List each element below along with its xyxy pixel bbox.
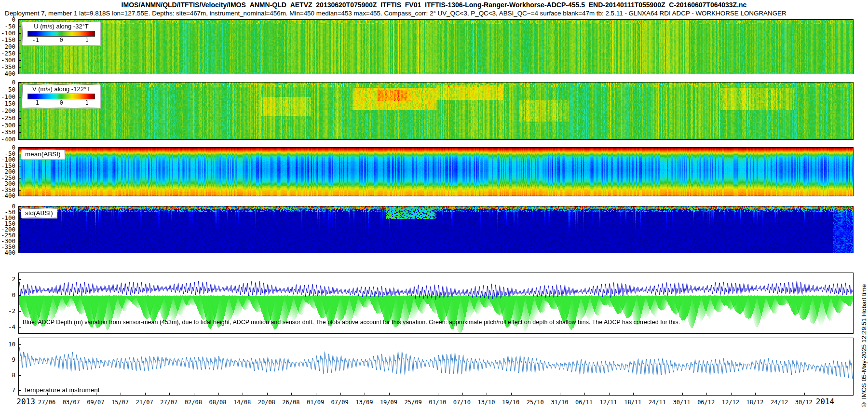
x-tick-date-label: 09/07	[87, 399, 104, 406]
y-tick-label: 0	[12, 17, 15, 23]
v-colorbar-legend: V (m/s) along -122°T -101	[22, 84, 100, 108]
colorbar-tick-label: 1	[85, 100, 89, 106]
temperature-y-axis-ticks: 10987	[0, 338, 17, 395]
panel-depth-variation: 20-2-4 Blue: ADCP Depth (m) variation fr…	[18, 273, 854, 334]
y-tick-label: 7	[12, 387, 15, 394]
y-tick-label: -50	[4, 87, 15, 93]
u-velocity-heatmap	[19, 20, 853, 74]
x-tick-date-label: 03/07	[63, 399, 80, 406]
x-tick-date-label: 12/11	[600, 399, 617, 406]
x-tick-date-label: 07/09	[331, 399, 349, 406]
panel-temperature: 10987 Temperature at instrument	[18, 338, 854, 396]
temperature-label: Temperature at instrument	[24, 386, 100, 394]
colorbar-tick-label: -1	[32, 100, 39, 106]
u-colorbar-gradient	[27, 31, 95, 37]
y-tick-label: -300	[1, 122, 15, 128]
y-tick-label: 9	[12, 356, 15, 363]
figure-title: IMOS/ANMN/QLD/ITFTIS/Velocity/IMOS_ANMN-…	[0, 1, 868, 9]
y-tick-label: -50	[4, 24, 15, 30]
panel-u-velocity: 0-50-100-150-200-250-300-350-400 U (m/s)…	[18, 19, 854, 74]
u-colorbar-ticks: -101	[27, 37, 95, 43]
x-tick-date-label: 20/08	[258, 399, 275, 406]
x-tick-date-label: 18/12	[746, 399, 763, 406]
y-tick-label: 0	[12, 80, 15, 86]
x-tick-date-label: 27/06	[38, 399, 55, 406]
y-tick-label: -400	[1, 71, 15, 77]
x-tick-date-label: 08/08	[209, 399, 226, 406]
x-tick-date-label: 25/09	[405, 399, 422, 406]
y-tick-label: 10	[8, 342, 15, 348]
figure-subtitle: Deployment 7, member 1 lat=9.818S lon=12…	[5, 10, 868, 17]
y-tick-label: -2	[8, 308, 15, 314]
colorbar-tick-label: 1	[85, 37, 89, 43]
y-tick-label: -150	[1, 37, 15, 43]
v-legend-title: V (m/s) along -122°T	[25, 85, 98, 93]
v-colorbar-gradient	[27, 94, 95, 99]
y-tick-label: 0	[12, 292, 15, 299]
u-y-axis-ticks: 0-50-100-150-200-250-300-350-400	[0, 20, 17, 74]
panel-std-absi: 0-50-100-150-200-250-300-350-400 std(ABS…	[18, 206, 854, 253]
y-tick-label: -400	[1, 250, 15, 256]
colorbar-tick-label: -1	[32, 37, 39, 43]
x-tick-date-label: 14/08	[233, 399, 251, 406]
y-tick-label: -350	[1, 64, 15, 70]
x-tick-date-label: 12/12	[722, 399, 739, 406]
imos-watermark: © IMOS 05-May-2025 12:29:51 Hobart time	[860, 284, 868, 408]
x-tick-date-label: 30/11	[673, 399, 690, 406]
mean-absi-label: mean(ABSI)	[21, 150, 65, 159]
v-colorbar-ticks: -101	[27, 100, 95, 106]
temperature-line-plot	[19, 338, 853, 395]
y-tick-label: -250	[1, 115, 15, 122]
y-tick-label: -400	[1, 137, 15, 143]
std-absi-heatmap	[19, 206, 853, 253]
x-tick-date-label: 13/09	[355, 399, 373, 406]
depth-y-axis-ticks: 20-2-4	[0, 273, 17, 333]
x-tick-date-label: 26/08	[282, 399, 299, 406]
v-y-axis-ticks: 0-50-100-150-200-250-300-350-400	[0, 82, 17, 139]
y-tick-label: -400	[1, 193, 15, 199]
x-tick-date-label: 13/10	[477, 399, 495, 406]
colorbar-tick-label: 0	[59, 100, 63, 106]
colorbar-tick-label: 0	[59, 37, 63, 43]
y-tick-label: -100	[1, 94, 15, 100]
y-tick-label: 2	[12, 276, 15, 283]
x-tick-date-label: 07/10	[453, 399, 471, 406]
std-absi-label: std(ABSI)	[21, 208, 57, 218]
y-tick-label: -100	[1, 30, 15, 37]
x-tick-date-label: 18/11	[624, 399, 641, 406]
x-tick-date-label: 21/07	[136, 399, 153, 406]
panel-mean-absi: 0-50-100-150-200-250-300-350-400 mean(AB…	[18, 147, 854, 196]
x-tick-date-label: 01/10	[429, 399, 446, 406]
mean-absi-heatmap	[19, 148, 853, 196]
std-absi-y-axis-ticks: 0-50-100-150-200-250-300-350-400	[0, 206, 17, 253]
v-velocity-heatmap	[19, 82, 853, 139]
u-legend-title: U (m/s) along -32°T	[25, 23, 98, 30]
y-tick-label: 8	[12, 372, 15, 378]
y-tick-label: -250	[1, 51, 15, 57]
y-tick-label: -150	[1, 101, 15, 107]
x-tick-date-label: 19/09	[380, 399, 397, 406]
year-start-label: 2013	[16, 397, 35, 406]
y-tick-label: -4	[8, 324, 15, 330]
x-tick-date-label: 27/07	[160, 399, 177, 406]
x-axis-date-labels: 27/0603/0709/0715/0721/0727/0702/0808/08…	[18, 396, 853, 409]
x-tick-date-label: 15/07	[111, 399, 129, 406]
x-tick-date-label: 06/12	[697, 399, 715, 406]
x-tick-date-label: 24/11	[649, 399, 666, 406]
mean-absi-y-axis-ticks: 0-50-100-150-200-250-300-350-400	[0, 148, 17, 196]
u-colorbar-legend: U (m/s) along -32°T -101	[22, 22, 100, 45]
x-tick-date-label: 02/08	[185, 399, 202, 406]
depth-variation-annotation: Blue: ADCP Depth (m) variation from sens…	[23, 319, 680, 326]
y-tick-label: -350	[1, 129, 15, 136]
year-end-label: 2014	[816, 397, 835, 406]
x-tick-date-label: 19/10	[502, 399, 519, 406]
x-tick-date-label: 25/10	[527, 399, 544, 406]
x-tick-date-label: 06/11	[575, 399, 593, 406]
x-tick-date-label: 24/12	[771, 399, 788, 406]
figure-root: IMOS/ANMN/QLD/ITFTIS/Velocity/IMOS_ANMN-…	[0, 0, 868, 410]
panel-v-velocity: 0-50-100-150-200-250-300-350-400 V (m/s)…	[18, 82, 854, 140]
x-tick-date-label: 31/10	[551, 399, 568, 406]
x-tick-date-label: 30/12	[795, 399, 813, 406]
y-tick-label: -200	[1, 44, 15, 50]
x-tick-date-label: 01/09	[307, 399, 324, 406]
